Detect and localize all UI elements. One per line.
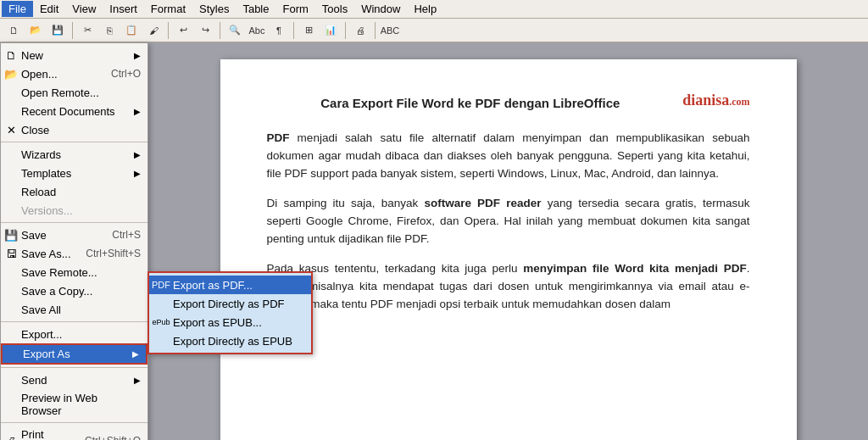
save-icon: 💾 — [3, 229, 19, 242]
wizards-arrow: ▶ — [134, 150, 141, 159]
submenu-item-export-pdf[interactable]: PDF Export as PDF... — [149, 276, 311, 294]
export-as-arrow: ▶ — [132, 349, 139, 359]
menu-form[interactable]: Form — [275, 1, 314, 17]
print-preview-shortcut: Ctrl+Shift+O — [85, 435, 141, 440]
redo-btn[interactable]: ↪ — [195, 21, 215, 40]
menu-item-save-as[interactable]: 🖫 Save As... Ctrl+Shift+S — [1, 244, 147, 263]
open-btn[interactable]: 📂 — [25, 21, 46, 40]
menu-help[interactable]: Help — [407, 1, 443, 17]
sep-5 — [1, 422, 147, 423]
menu-item-open-remote[interactable]: Open Remote... — [1, 83, 147, 102]
find-btn[interactable]: 🔍 — [225, 21, 245, 40]
chars-btn[interactable]: Abc — [247, 21, 267, 40]
sep-1 — [1, 142, 147, 142]
save-shortcut: Ctrl+S — [112, 229, 141, 241]
copy-btn[interactable]: ⎘ — [99, 21, 120, 40]
sep5 — [345, 22, 346, 39]
menu-item-export[interactable]: Export... — [1, 325, 147, 343]
print-direct-btn[interactable]: 🖨 — [350, 21, 370, 40]
sep-2 — [1, 222, 147, 223]
menu-item-wizards[interactable]: Wizards ▶ — [1, 145, 147, 164]
menu-item-reload[interactable]: Reload — [1, 182, 147, 201]
table-btn[interactable]: ⊞ — [298, 21, 319, 40]
new-btn[interactable]: 🗋 — [3, 21, 24, 40]
cut-btn[interactable]: ✂ — [77, 21, 97, 40]
file-menu-dropdown: 🗋 New ▶ 📂 Open... Ctrl+O Open Remote... … — [0, 42, 148, 440]
save-as-shortcut: Ctrl+Shift+S — [86, 248, 141, 259]
open-shortcut: Ctrl+O — [111, 68, 141, 80]
paste-btn[interactable]: 📋 — [121, 21, 142, 40]
templates-arrow: ▶ — [134, 169, 141, 178]
menu-item-save-copy[interactable]: Save a Copy... — [1, 281, 147, 300]
menu-item-preview-web[interactable]: Preview in Web Browser — [1, 389, 147, 420]
bold-pdf: PDF — [267, 131, 290, 144]
menu-item-versions: Versions... — [1, 201, 147, 220]
brand-name: dianisa — [682, 92, 729, 109]
brand-logo: dianisa.com — [682, 89, 749, 113]
menu-file[interactable]: File — [2, 1, 33, 17]
sep-3 — [1, 321, 147, 322]
submenu-item-export-epub[interactable]: ePub Export as EPUB... — [149, 313, 311, 331]
pilcrow-btn[interactable]: ¶ — [269, 21, 289, 40]
save-btn[interactable]: 💾 — [47, 21, 68, 40]
menu-tools[interactable]: Tools — [315, 1, 354, 17]
export-as-submenu: PDF Export as PDF... Export Directly as … — [147, 271, 313, 354]
sep1 — [72, 22, 73, 39]
submenu-item-export-epub-direct[interactable]: Export Directly as EPUB — [149, 331, 311, 350]
menu-styles[interactable]: Styles — [192, 1, 236, 17]
close-icon: ✕ — [3, 124, 19, 136]
menu-item-recent[interactable]: Recent Documents ▶ — [1, 102, 147, 120]
open-icon: 📂 — [3, 68, 19, 81]
menu-item-new[interactable]: 🗋 New ▶ — [1, 46, 147, 64]
menu-item-print-preview[interactable]: 🖨 Print Preview Ctrl+Shift+O — [1, 426, 147, 440]
menu-item-open[interactable]: 📂 Open... Ctrl+O — [1, 64, 147, 83]
doc-paragraph-1: PDF menjadi salah satu file alternatif d… — [267, 130, 750, 183]
new-icon: 🗋 — [3, 49, 19, 62]
bold-save-word: menyimpan file Word kita menjadi PDF — [523, 262, 746, 275]
clone-btn[interactable]: 🖌 — [143, 21, 164, 40]
menu-item-templates[interactable]: Templates ▶ — [1, 164, 147, 182]
undo-btn[interactable]: ↩ — [173, 21, 193, 40]
menu-table[interactable]: Table — [236, 1, 275, 17]
menu-item-export-as[interactable]: Export As ▶ — [1, 343, 147, 365]
menu-window[interactable]: Window — [354, 1, 407, 17]
recent-arrow: ▶ — [134, 107, 141, 116]
sep3 — [220, 22, 220, 39]
send-arrow: ▶ — [134, 376, 141, 385]
menu-insert[interactable]: Insert — [103, 1, 144, 17]
spell-btn[interactable]: ABC — [380, 21, 400, 40]
brand-suffix: .com — [729, 96, 749, 108]
menu-item-save-remote[interactable]: Save Remote... — [1, 263, 147, 281]
pdf-icon: PDF — [153, 280, 170, 290]
menu-item-save[interactable]: 💾 Save Ctrl+S — [1, 226, 147, 244]
new-arrow: ▶ — [134, 51, 141, 60]
document-page: Cara Export File Word ke PDF dengan Libr… — [220, 59, 797, 440]
document-area: Cara Export File Word ke PDF dengan Libr… — [148, 42, 868, 440]
menu-view[interactable]: View — [65, 1, 103, 17]
menu-edit[interactable]: Edit — [33, 1, 65, 17]
title-text: Cara Export File Word ke PDF dengan Libr… — [320, 96, 620, 110]
menu-format[interactable]: Format — [144, 1, 192, 17]
doc-paragraph-2: Di samping itu saja, banyak software PDF… — [267, 195, 750, 248]
bold-pdf-reader: software PDF reader — [424, 197, 541, 209]
menu-item-send[interactable]: Send ▶ — [1, 370, 147, 389]
epub-icon: ePub — [153, 318, 170, 326]
sep6 — [375, 22, 376, 39]
toolbar: 🗋 📂 💾 ✂ ⎘ 📋 🖌 ↩ ↪ 🔍 Abc ¶ ⊞ 📊 🖨 ABC — [0, 19, 868, 42]
document-title: Cara Export File Word ke PDF dengan Libr… — [267, 93, 750, 113]
chart-btn[interactable]: 📊 — [320, 21, 341, 40]
sep2 — [168, 22, 169, 39]
sep4 — [293, 22, 294, 39]
doc-paragraph-3: Pada kasus tententu, terkadang kita juga… — [267, 260, 750, 314]
sep-4 — [1, 367, 147, 368]
menu-item-save-all[interactable]: Save All — [1, 300, 147, 319]
menu-bar: File Edit View Insert Format Styles Tabl… — [0, 0, 868, 19]
main-area: 🗋 New ▶ 📂 Open... Ctrl+O Open Remote... … — [0, 42, 868, 440]
save-as-icon: 🖫 — [3, 248, 19, 260]
print-preview-icon: 🖨 — [3, 435, 19, 441]
menu-item-close[interactable]: ✕ Close — [1, 120, 147, 139]
submenu-item-export-pdf-direct[interactable]: Export Directly as PDF — [149, 294, 311, 313]
